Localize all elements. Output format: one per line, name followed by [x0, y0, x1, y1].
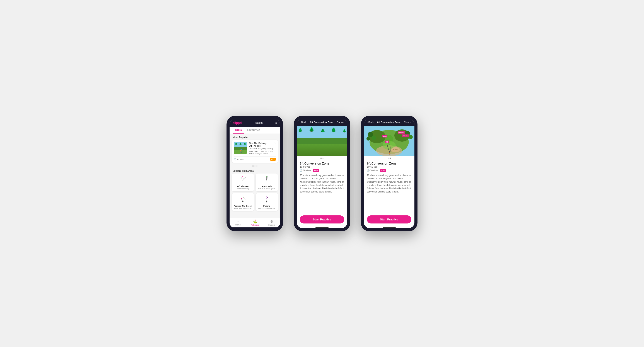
ott-badge: OTT	[270, 158, 276, 161]
card-subtitle: Off The Tee	[249, 145, 267, 147]
favourite-star[interactable]: ☆	[274, 142, 276, 145]
hero-image: 🌲 🌲 🌲 🌲 🌲 🏌️	[297, 126, 347, 156]
tab-favourites[interactable]: Favourites	[244, 127, 263, 134]
back-button[interactable]: ‹ Back	[300, 121, 306, 124]
phone2-title: 6ft Conversion Zone	[310, 121, 333, 124]
dot-3-2	[390, 158, 391, 159]
drill-title-3: 6ft Conversion Zone	[367, 162, 412, 165]
dot-2	[254, 165, 256, 167]
card-footer: 🕐 10 shots OTT	[234, 156, 276, 161]
svg-line-5	[243, 177, 246, 180]
back-chevron-3: ‹	[367, 121, 368, 124]
drill-info: 6ft Conversion Zone 10-50 yds 🕐 20 shots…	[297, 160, 347, 172]
drill-title: 6ft Conversion Zone	[300, 162, 344, 165]
shots-count-3: 20 shots	[370, 169, 378, 172]
shots-label: 🕐 20 shots	[300, 169, 311, 172]
phone-3: ‹ Back 6ft Conversion Zone Cancel	[361, 116, 418, 231]
phone-1: clippd Practice ≡ Drills Favourites Most…	[226, 116, 283, 231]
home-bar	[246, 228, 264, 228]
logo: clippd	[232, 121, 242, 125]
svg-text:ROUGH: ROUGH	[403, 135, 408, 137]
phone3-header: ‹ Back 6ft Conversion Zone Cancel	[364, 119, 414, 126]
hero-map: Miss Hit 🏌️ FAIRWAY ROUGH SAND	[364, 126, 414, 156]
svg-text:🏌️: 🏌️	[388, 152, 392, 155]
around-green-name: Around The Green	[234, 205, 252, 207]
clock-icon-3: 🕐	[367, 169, 370, 172]
activities-label: Activities	[251, 224, 259, 226]
shots-count: 🕐 10 shots	[234, 158, 244, 160]
drill-meta-3: 🕐 20 shots ARG	[367, 169, 412, 172]
shots-label-3: 🕐 20 shots	[367, 169, 378, 172]
arg-badge: ARG	[313, 169, 319, 172]
svg-point-26	[372, 136, 376, 140]
skill-approach[interactable]: Approach Dial-in to hit the green	[256, 174, 278, 191]
menu-icon[interactable]: ≡	[275, 121, 277, 125]
nav-capture[interactable]: ⊕ Capture	[263, 218, 280, 227]
drill-meta: 🕐 20 shots ARG	[300, 169, 344, 172]
drill-info-3: 6ft Conversion Zone 10-50 yds 🕐 20 shots…	[364, 160, 414, 172]
drill-distance-3: 10-50 yds	[367, 165, 412, 168]
tab-drills[interactable]: Drills	[232, 127, 244, 134]
clock-icon-2: 🕐	[300, 169, 302, 172]
skill-off-the-tee[interactable]: Off The Tee Power accuracy	[232, 174, 254, 191]
svg-point-6	[242, 176, 243, 177]
home-indicator	[230, 227, 280, 228]
image-dots	[297, 156, 347, 160]
skill-around-green[interactable]: Around The Green Hone your short game	[232, 193, 254, 211]
svg-text:Miss: Miss	[383, 136, 386, 137]
svg-line-2	[241, 177, 243, 180]
drill-description: 20 shots are randomly generated at dista…	[297, 172, 347, 195]
svg-point-9	[266, 176, 267, 177]
off-tee-name: Off The Tee	[237, 185, 248, 187]
explore-title: Explore skill areas	[230, 167, 280, 174]
svg-text:Hit: Hit	[386, 141, 388, 143]
card-image: 🌲 🌲 🌲 🏌️	[234, 142, 247, 154]
header-title: Practice	[254, 121, 263, 124]
around-green-desc: Hone your short game	[234, 207, 251, 209]
drill-distance: 10-50 yds	[300, 165, 344, 168]
card-text: Find The Fairway Off The Tee ☆ Create an…	[249, 142, 276, 155]
back-button-3[interactable]: ‹ Back	[367, 121, 374, 124]
svg-text:FAIRWAY: FAIRWAY	[398, 132, 404, 133]
nav-activities[interactable]: ⛳ Activities	[246, 218, 263, 227]
phones-container: clippd Practice ≡ Drills Favourites Most…	[226, 116, 418, 231]
svg-point-15	[245, 199, 246, 200]
featured-card[interactable]: 🌲 🌲 🌲 🏌️ Find The Fairway	[232, 140, 278, 163]
most-popular-title: Most Popular	[230, 134, 280, 140]
nav-home[interactable]: ⌂ Home	[230, 218, 246, 227]
approach-name: Approach	[262, 185, 272, 187]
svg-point-10	[267, 176, 268, 177]
phone2-header: ‹ Back 6ft Conversion Zone Cancel	[297, 119, 347, 126]
phone3-title: 6ft Conversion Zone	[377, 121, 400, 124]
cancel-button-3[interactable]: Cancel	[404, 121, 412, 124]
cancel-button[interactable]: Cancel	[337, 121, 344, 124]
skill-grid: Off The Tee Power accuracy	[230, 174, 280, 213]
arg-badge-3: ARG	[380, 169, 386, 172]
activities-icon: ⛳	[253, 219, 257, 223]
phone-1-screen: clippd Practice ≡ Drills Favourites Most…	[230, 119, 280, 228]
capture-label: Capture	[268, 224, 275, 226]
svg-point-29	[409, 135, 413, 139]
dot-1	[320, 158, 322, 159]
svg-line-4	[243, 177, 244, 180]
putting-desc: Make and lag practice	[258, 207, 275, 209]
skill-putting[interactable]: Putting Make and lag practice	[256, 193, 278, 211]
around-green-icon	[238, 195, 248, 204]
drill-description-3: 20 shots are randomly generated at dista…	[364, 172, 414, 195]
back-chevron: ‹	[300, 121, 301, 124]
approach-icon	[262, 176, 272, 184]
start-practice-button[interactable]: Start Practice	[300, 215, 344, 223]
phone3-bottom: Start Practice	[364, 215, 414, 228]
dot-3	[256, 165, 258, 167]
putting-name: Putting	[263, 205, 270, 207]
svg-line-1	[240, 177, 243, 180]
home-icon: ⌂	[237, 219, 239, 223]
dot-1	[252, 165, 254, 167]
putting-icon	[262, 195, 272, 204]
phone1-header: clippd Practice ≡	[230, 119, 280, 127]
phone1-content: Most Popular 🌲 🌲 🌲 🏌️	[230, 134, 280, 218]
svg-text:SAND: SAND	[393, 149, 398, 151]
phone-2: ‹ Back 6ft Conversion Zone Cancel 🌲 🌲 🌲 …	[294, 116, 350, 231]
start-practice-button-3[interactable]: Start Practice	[367, 215, 412, 223]
phone3-content: 6ft Conversion Zone 10-50 yds 🕐 20 shots…	[364, 156, 414, 215]
